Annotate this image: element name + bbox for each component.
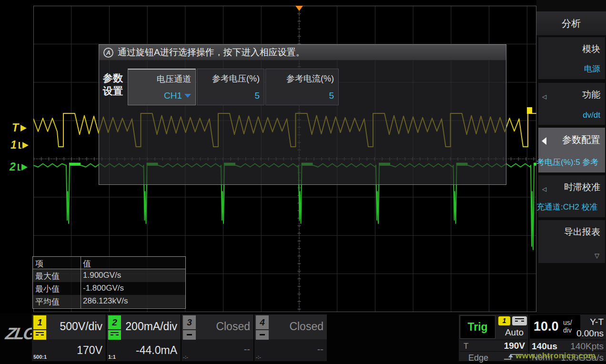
channel1-badge: 1 (33, 315, 46, 329)
ground-icon (18, 164, 20, 171)
dc-coupling-icon (33, 330, 46, 340)
meas-value: -1.800GV/s (83, 283, 124, 293)
item-label: 功能 (582, 89, 600, 101)
item-label: 时滞校准 (564, 181, 600, 193)
right-arrow-icon (22, 142, 29, 149)
trigger-level-value: 190V (504, 341, 525, 351)
trigger-level-row: T 190V (460, 340, 527, 351)
channel3-badge: 3 (183, 315, 196, 329)
meas-name: 最小值 (35, 283, 60, 294)
channel3-scale: Closed (216, 320, 250, 333)
group-label-line1: 参数 (103, 71, 123, 84)
button-value: CH1 (164, 91, 191, 101)
no-coupling-icon (183, 330, 196, 340)
display-mode: Y-T (590, 317, 604, 327)
meas-name: 最大值 (35, 271, 60, 282)
collapse-arrow-filled-icon (542, 137, 546, 145)
item-label: 参数配置 (562, 133, 600, 146)
ch1-ground-marker[interactable]: 1 (10, 139, 29, 152)
probe-ratio: -:- (183, 354, 188, 360)
probe-ratio: 1:1 (108, 354, 116, 360)
button-label: 参考电流(%) (286, 73, 334, 84)
channel2-offset: -44.0mA (136, 344, 177, 357)
trigger-level-marker[interactable]: T (12, 121, 27, 134)
collapse-arrow-icon: ◁ (542, 186, 546, 192)
trigger-level-key: T (464, 342, 468, 351)
timebase-box: 10.0 us/ div (530, 315, 580, 339)
trigger-coupling-icon (512, 316, 527, 325)
collapse-arrow-icon: ◁ (542, 93, 546, 100)
dialog-body: 参数 设置 电压通道 CH1 参考电压(%) 5 参考电流(%) 5 (99, 60, 506, 184)
channel4-badge: 4 (256, 315, 269, 329)
ref-current-button[interactable]: 参考电流(%) 5 (265, 69, 339, 105)
measurement-header: 项 值 (33, 257, 185, 269)
probe-ratio: -:- (256, 354, 261, 360)
oscilloscope-screen: T 1 2 项 值 最大值 1.900GV/s 最小值 -1.800GV/s 平… (0, 0, 606, 364)
button-value: 5 (329, 91, 334, 101)
dialog-header: A 通过旋钮A进行选择操作，按下进入相应设置。 (99, 45, 506, 61)
channel4-block[interactable]: 4 -:- Closed -- (254, 314, 327, 361)
parameter-dialog: A 通过旋钮A进行选择操作，按下进入相应设置。 参数 设置 电压通道 CH1 参… (99, 44, 506, 185)
dialog-header-text: 通过旋钮A进行选择操作，按下进入相应设置。 (118, 46, 305, 59)
sidebar-item-export-report[interactable]: 导出报表 ▽ (538, 220, 605, 263)
no-coupling-icon (256, 330, 269, 340)
meas-value: 286.123kV/s (83, 296, 128, 306)
watermark: www.chtronics.com (515, 351, 596, 361)
channel2-badge: 2 (108, 315, 121, 329)
sidebar-title: 分析 (536, 11, 606, 35)
sidebar-item-parameter-config[interactable]: 参数配置 考电压(%):5 参考 (538, 128, 605, 172)
ch2-marker-label: 2 (10, 161, 16, 173)
group-label-line2: 设置 (103, 84, 123, 97)
capture-window: 140us (532, 341, 557, 352)
sidebar-item-function[interactable]: ◁ 功能 dv/dt (538, 83, 605, 125)
item-value: 考电压(%):5 参考 (536, 157, 604, 168)
channel2-block[interactable]: 2 1:1 200mA/div -44.0mA (107, 314, 181, 361)
table-column-divider (81, 257, 81, 308)
channel1-block[interactable]: 1 500:1 500V/div 170V (32, 314, 106, 361)
col-value: 值 (83, 258, 91, 269)
sidebar-item-skew-calibration[interactable]: ◁ 时滞校准 充通道:CH2 校准 (538, 175, 605, 217)
channel3-block[interactable]: 3 -:- Closed -- (182, 314, 253, 361)
trigger-type: Edge (468, 353, 488, 363)
item-value: 充通道:CH2 校准 (536, 202, 604, 212)
parameter-group-label: 参数 设置 (103, 71, 123, 97)
meas-value: 1.900GV/s (83, 271, 121, 280)
expand-down-icon: ▽ (595, 252, 599, 259)
trigger-level-label: T (12, 121, 19, 134)
button-label: 参考电压(%) (212, 73, 260, 84)
unit-top: us/ (563, 319, 572, 326)
channel3-offset: -- (244, 344, 250, 355)
table-row: 最大值 1.900GV/s (33, 269, 185, 282)
ch1-marker-label: 1 (10, 139, 17, 152)
channel-value: CH1 (164, 91, 182, 101)
item-label: 导出报表 (564, 226, 600, 238)
col-item: 项 (35, 258, 43, 269)
timebase-unit: us/ div (563, 319, 572, 334)
ref-voltage-button[interactable]: 参考电压(%) 5 (197, 69, 264, 105)
item-value: dv/dt (583, 111, 600, 120)
timebase-scale: 10.0 (534, 319, 559, 334)
trigger-source-badge: 1 (498, 316, 510, 325)
analysis-sidebar: 分析 模块 电源 ◁ 功能 dv/dt 参数配置 考电压(%):5 参考 ◁ 时… (536, 0, 606, 364)
knob-a-icon: A (103, 48, 113, 58)
button-value: 5 (254, 91, 260, 101)
table-row: 平均值 286.123kV/s (33, 295, 185, 308)
table-row: 最小值 -1.800GV/s (33, 282, 185, 295)
voltage-channel-button[interactable]: 电压通道 CH1 (128, 69, 196, 105)
sidebar-item-module[interactable]: 模块 电源 (538, 37, 605, 79)
ground-icon (19, 142, 21, 149)
dc-coupling-icon (108, 330, 121, 340)
item-label: 模块 (582, 43, 600, 55)
dropdown-arrow-icon (184, 94, 191, 98)
channel1-scale: 500V/div (60, 320, 102, 333)
right-arrow-icon (20, 125, 27, 131)
channel4-scale: Closed (289, 320, 323, 333)
channel2-scale: 200mA/div (125, 320, 177, 333)
trigger-delay: 0.00ns (576, 328, 604, 339)
ch2-ground-marker[interactable]: 2 (10, 161, 28, 173)
channel4-offset: -- (317, 344, 323, 355)
channel1-offset: 170V (77, 344, 102, 357)
probe-ratio: 500:1 (33, 354, 47, 360)
right-arrow-icon (21, 164, 28, 171)
meas-name: 平均值 (35, 296, 60, 307)
